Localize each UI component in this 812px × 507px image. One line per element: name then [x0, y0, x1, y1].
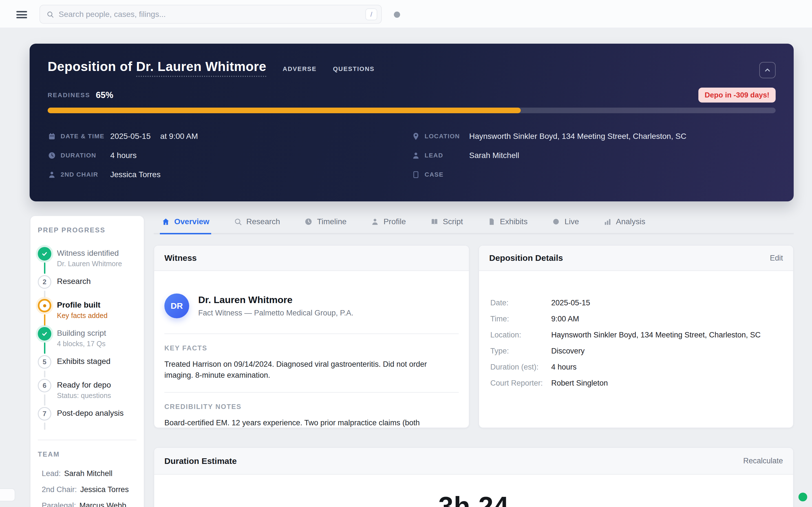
step-number-circle: 6 — [38, 379, 51, 392]
second-chair-row: 2ND CHAIR Jessica Torres — [48, 169, 412, 180]
witness-avatar: DR — [164, 293, 189, 318]
detail-row-type: Type: Discovery — [490, 347, 782, 355]
live-dot-icon — [552, 217, 560, 226]
tab-live[interactable]: Live — [550, 216, 580, 234]
readiness-progress-track — [48, 108, 776, 113]
collapse-hero-button[interactable] — [759, 62, 776, 78]
step-subtitle: Key facts added — [57, 312, 107, 320]
corner-panel-handle[interactable] — [0, 489, 15, 501]
step-number-circle: 2 — [38, 275, 51, 289]
witness-card-header: Witness — [154, 245, 469, 271]
top-bar: / — [0, 0, 812, 28]
card-title: Duration Estimate — [164, 456, 237, 466]
details-card-header: Deposition Details Edit — [479, 245, 793, 271]
depo-countdown-badge: Depo in -309 days! — [698, 88, 776, 103]
readiness-fill — [48, 108, 521, 113]
detail-row-time: Time: 9:00 AM — [490, 315, 782, 323]
step-post-depo-analysis[interactable]: 7 Post-depo analysis — [38, 407, 137, 431]
tab-analysis[interactable]: Analysis — [602, 216, 647, 234]
lead-row: LEAD Sarah Mitchell — [412, 150, 776, 161]
search-icon — [46, 10, 54, 18]
tab-label: Overview — [174, 217, 209, 226]
chevron-up-icon — [763, 66, 772, 74]
step-witness-identified[interactable]: Witness identified Dr. Lauren Whitmore — [38, 247, 137, 275]
step-title: Exhibits staged — [57, 357, 110, 366]
step-exhibits-staged[interactable]: 5 Exhibits staged — [38, 355, 137, 379]
team-row-lead: Lead: Sarah Mitchell — [42, 466, 137, 482]
team-value: Sarah Mitchell — [64, 469, 112, 478]
questions-chip[interactable]: QUESTIONS — [333, 65, 375, 73]
step-number-circle: 7 — [38, 407, 51, 420]
search-input[interactable] — [59, 10, 365, 19]
step-profile-built[interactable]: Profile built Key facts added — [38, 299, 137, 327]
search-icon — [234, 217, 242, 226]
team-value: Jessica Torres — [80, 485, 129, 494]
row-label: Time: — [490, 315, 551, 323]
sidebar-divider — [38, 440, 137, 440]
detail-value: 4 hours — [110, 151, 137, 160]
detail-row-location: Location: Haynsworth Sinkler Boyd, 134 M… — [490, 331, 782, 339]
tab-research[interactable]: Research — [232, 216, 282, 234]
step-active-circle — [38, 299, 51, 313]
edit-button[interactable]: Edit — [770, 254, 783, 263]
row-label: Duration (est): — [490, 363, 551, 372]
adverse-chip[interactable]: ADVERSE — [283, 65, 317, 73]
team-row-paralegal: Paralegal: Marcus Webb — [42, 498, 137, 507]
tab-script[interactable]: Script — [428, 216, 465, 234]
bar-chart-icon — [603, 217, 612, 226]
step-ready-for-depo[interactable]: 6 Ready for depo Status: questions — [38, 379, 137, 407]
step-title: Building script — [57, 329, 106, 338]
card-title: Deposition Details — [489, 253, 563, 263]
tab-profile[interactable]: Profile — [369, 216, 407, 234]
detail-label: DATE & TIME — [61, 133, 106, 140]
prep-steps: Witness identified Dr. Lauren Whitmore 2… — [38, 247, 137, 431]
detail-value: Haynsworth Sinkler Boyd, 134 Meeting Str… — [469, 132, 686, 141]
tab-label: Analysis — [616, 217, 645, 226]
date-time-row: DATE & TIME 2025-05-15 at 9:00 AM — [48, 131, 412, 142]
tab-exhibits[interactable]: Exhibits — [486, 216, 529, 234]
tab-overview[interactable]: Overview — [160, 216, 211, 234]
file-icon — [487, 217, 496, 226]
witness-name: Dr. Lauren Whitmore — [198, 294, 353, 305]
step-building-script[interactable]: Building script 4 blocks, 17 Qs — [38, 327, 137, 355]
detail-value: Jessica Torres — [110, 170, 160, 179]
duration-card-header: Duration Estimate Recalculate — [154, 448, 793, 474]
search-box[interactable]: / — [40, 5, 382, 24]
detail-value: 2025-05-15 — [110, 132, 151, 141]
key-facts-title: KEY FACTS — [164, 344, 459, 352]
step-research[interactable]: 2 Research — [38, 275, 137, 299]
credibility-notes-text: Board-certified EM. 12 years experience.… — [164, 417, 455, 428]
detail-row-duration: Duration (est): 4 hours — [490, 363, 782, 372]
prep-sidebar: PREP PROGRESS Witness identified Dr. Lau… — [30, 216, 144, 507]
tab-label: Timeline — [317, 217, 347, 226]
card-title: Witness — [164, 253, 197, 263]
divider — [164, 334, 459, 334]
content-tabs: Overview Research Timeline Profile Scrip… — [154, 216, 794, 234]
step-title: Ready for depo — [57, 381, 111, 390]
tab-label: Live — [564, 217, 579, 226]
detail-label: CASE — [424, 171, 465, 178]
tab-timeline[interactable]: Timeline — [303, 216, 348, 234]
case-row: CASE — [412, 169, 776, 180]
step-subtitle: Dr. Lauren Whitmore — [57, 260, 122, 268]
recalculate-button[interactable]: Recalculate — [743, 457, 783, 465]
step-subtitle: 4 blocks, 17 Qs — [57, 340, 106, 348]
team-value: Marcus Webb — [80, 501, 126, 507]
witness-name-link[interactable]: Dr. Lauren Whitmore — [136, 59, 266, 77]
detail-label: 2ND CHAIR — [61, 171, 106, 178]
readiness-label: READINESS — [48, 92, 90, 99]
clock-icon — [48, 151, 56, 160]
team-row-second-chair: 2nd Chair: Jessica Torres — [42, 482, 137, 498]
tab-label: Script — [443, 217, 463, 226]
witness-card: Witness DR Dr. Lauren Whitmore Fact Witn… — [154, 245, 469, 428]
menu-icon[interactable] — [16, 11, 27, 18]
step-title: Profile built — [57, 300, 107, 309]
row-value: Robert Singleton — [551, 379, 608, 388]
row-label: Court Reporter: — [490, 379, 551, 388]
book-icon — [430, 217, 439, 226]
row-value: 4 hours — [551, 363, 576, 372]
page-title: Deposition of Dr. Lauren Whitmore — [48, 59, 266, 74]
deposition-hero: Deposition of Dr. Lauren Whitmore ADVERS… — [30, 44, 794, 202]
check-icon — [41, 330, 48, 337]
witness-role: Fact Witness — Palmetto Medical Group, P… — [198, 309, 353, 318]
